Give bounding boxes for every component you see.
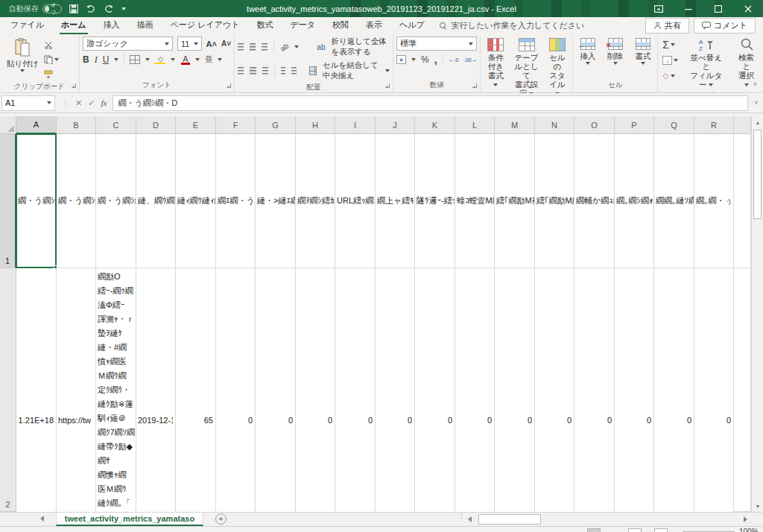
autosave-toggle[interactable]: 自動保存 オフ	[9, 4, 62, 14]
column-header-E[interactable]: E	[176, 116, 216, 134]
column-header-G[interactable]: G	[256, 116, 296, 134]
ribbon-tab-9[interactable]: 表示	[364, 17, 384, 34]
cell-F2[interactable]	[216, 268, 256, 512]
expand-formula-bar-button[interactable]: ˅	[751, 99, 762, 107]
ribbon-tab-4[interactable]: 描画	[136, 17, 155, 34]
cell-G1[interactable]: 縺・>縺ｴ繝ｳ	[256, 134, 296, 268]
cell-partial-row1[interactable]	[734, 134, 751, 268]
enter-formula-button[interactable]: ✓	[88, 98, 95, 108]
ribbon-tab-1[interactable]: ファイル	[9, 17, 45, 34]
selection-fill-handle[interactable]	[54, 265, 57, 269]
font-color-button[interactable]: A	[180, 55, 190, 65]
sheet-tab-active[interactable]: tweet_activity_metrics_yamataso	[56, 513, 203, 526]
new-sheet-button[interactable]: +	[215, 513, 227, 525]
column-header-C[interactable]: C	[96, 116, 136, 134]
save-button[interactable]	[69, 4, 78, 13]
cell-styles-button[interactable]: セルのスタイル	[545, 37, 569, 99]
alignment-dialog-launcher[interactable]	[385, 83, 391, 89]
column-header-partial[interactable]	[734, 116, 751, 134]
redo-button[interactable]	[104, 4, 114, 13]
cell-D1[interactable]: 縺、繝ｳ繝月繝ｳ	[136, 134, 176, 268]
column-header-N[interactable]: N	[535, 116, 574, 134]
prev-sheet-arrow[interactable]	[40, 516, 44, 522]
align-center-icon[interactable]	[250, 67, 256, 75]
minimize-button[interactable]	[674, 0, 703, 17]
cell-M2[interactable]	[495, 268, 535, 512]
cell-L1[interactable]: 蝗ｺ螳壹Μ繝ｳ	[455, 134, 495, 268]
insert-function-button[interactable]: fx	[101, 98, 107, 107]
bold-button[interactable]: B	[83, 54, 89, 65]
format-cells-button[interactable]: 書式	[631, 37, 654, 66]
cell-H2[interactable]	[296, 268, 335, 512]
sort-filter-button[interactable]: A Z 並べ替えとフィルター	[683, 37, 729, 90]
align-middle-icon[interactable]	[250, 43, 256, 51]
column-header-P[interactable]: P	[615, 116, 654, 134]
underline-button[interactable]: U	[103, 54, 110, 65]
cell-E2[interactable]	[176, 268, 216, 512]
spreadsheet-grid[interactable]: ABCDEFGHIJKLMNOPQR12 繝・う繝ｼ繝・D繝・う繝ｼ繝医・蝗ｺ螳…	[0, 116, 751, 512]
cell-B1[interactable]: 繝・う繝ｼ繝医・蝗ｺ螳	[57, 134, 96, 268]
scroll-down-arrow[interactable]: ▼	[752, 500, 763, 512]
cell-A2[interactable]	[16, 268, 57, 512]
cell-N2[interactable]	[535, 268, 574, 512]
cell-K1[interactable]: 隧ｳ邏ｰ-繧ｯ繝	[415, 134, 455, 268]
page-break-view-button[interactable]	[654, 528, 668, 532]
format-painter-button[interactable]	[42, 69, 60, 80]
normal-view-button[interactable]	[587, 528, 601, 532]
cell-K2[interactable]	[415, 268, 455, 512]
increase-decimal-icon[interactable]: ←.0	[449, 57, 459, 63]
align-right-icon[interactable]	[262, 67, 268, 75]
ribbon-display-options-button[interactable]	[644, 0, 674, 17]
vertical-scrollbar[interactable]: ▲ ▼	[751, 116, 763, 512]
cell-C1[interactable]: 繝・う繝ｼ繝域枚	[96, 134, 136, 268]
column-header-H[interactable]: H	[296, 116, 335, 134]
share-button[interactable]: 共有	[645, 18, 689, 34]
ribbon-tab-3[interactable]: 挿入	[102, 17, 121, 34]
comments-button[interactable]: コメント	[694, 18, 756, 34]
cell-G2[interactable]	[256, 268, 296, 512]
merge-center-button[interactable]: セルを結合して中央揃え	[323, 60, 379, 81]
fill-button[interactable]: ↓	[661, 54, 680, 66]
page-layout-view-button[interactable]	[628, 528, 642, 532]
cell-Q1[interactable]: 繝繝｡縺ｿ繝ｳ	[654, 134, 694, 268]
column-header-J[interactable]: J	[376, 116, 415, 134]
collapse-ribbon-button[interactable]: ˄	[753, 80, 757, 88]
cell-R1[interactable]: 繝｡繝・ぅ繧｢	[694, 134, 734, 268]
cell-F1[interactable]: 繝ｴ繝・う繝ｳ	[216, 134, 256, 268]
cell-I2[interactable]	[335, 268, 376, 512]
select-all-corner[interactable]	[0, 116, 16, 134]
grow-font-button[interactable]: A˄	[206, 39, 217, 48]
conditional-formatting-button[interactable]: 条件付き書式	[484, 37, 507, 90]
copy-button[interactable]	[42, 54, 60, 66]
cell-I1[interactable]: URL繧ｯ繝ｪ繝	[335, 134, 376, 268]
cancel-formula-button[interactable]: ✕	[75, 98, 82, 108]
column-header-A[interactable]: A	[16, 116, 57, 134]
align-top-icon[interactable]	[238, 43, 244, 51]
column-header-D[interactable]: D	[136, 116, 176, 134]
number-format-combo[interactable]: 標準	[396, 37, 477, 51]
column-header-B[interactable]: B	[57, 116, 96, 134]
decrease-indent-icon[interactable]	[281, 67, 286, 75]
cell-O1[interactable]: 繝輔か繝ｭ繝ｼ	[574, 134, 615, 268]
column-header-R[interactable]: R	[694, 116, 734, 134]
cell-Q2[interactable]	[654, 268, 694, 512]
ribbon-tab-8[interactable]: 校閲	[331, 17, 350, 34]
cell-P1[interactable]: 繝｡繝ｼ繝ｫ繝・う	[615, 134, 654, 268]
cell-N1[interactable]: 繧｢繝励Μ繧､	[535, 134, 574, 268]
column-header-Q[interactable]: Q	[654, 116, 694, 134]
column-header-M[interactable]: M	[495, 116, 535, 134]
ribbon-tab-6[interactable]: 数式	[255, 17, 274, 34]
cell-partial-row2[interactable]	[734, 268, 751, 512]
align-bottom-icon[interactable]	[262, 43, 267, 51]
autosum-button[interactable]: Σ	[661, 38, 680, 51]
ribbon-tab-2[interactable]: ホーム	[60, 17, 88, 34]
scroll-up-arrow[interactable]: ▲	[752, 116, 763, 128]
clipboard-dialog-launcher[interactable]	[72, 83, 77, 89]
row-header-2[interactable]: 2	[0, 268, 16, 512]
formula-input[interactable]: 繝・う繝ｼ繝・D	[113, 95, 748, 111]
orientation-icon[interactable]: ab	[278, 41, 289, 52]
cell-H1[interactable]: 繝ｦ繝ｼ繧ｶ繝ｼ	[296, 134, 335, 268]
ruby-button[interactable]: 亜	[205, 54, 212, 65]
undo-button[interactable]	[86, 4, 96, 13]
cell-L2[interactable]	[455, 268, 495, 512]
